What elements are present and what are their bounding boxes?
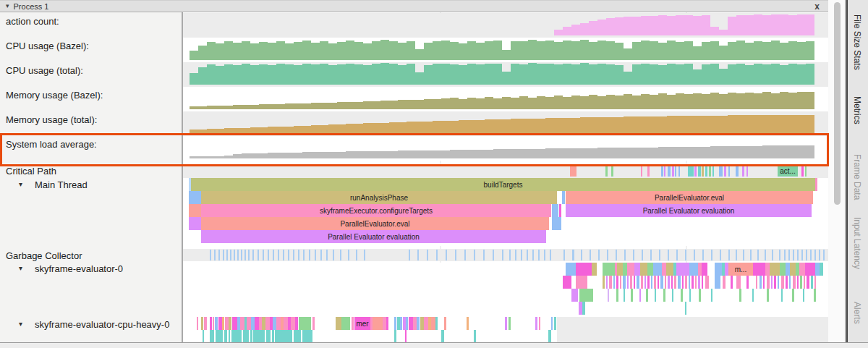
trace-tick[interactable] [750,250,752,260]
trace-tick[interactable] [793,250,794,260]
trace-tick[interactable] [811,276,813,289]
trace-tick[interactable] [210,330,214,342]
trace-tick[interactable] [668,250,669,260]
trace-tick[interactable] [352,317,354,330]
trace-tick[interactable] [676,250,678,260]
trace-tick[interactable] [563,276,571,289]
trace-tick[interactable] [820,263,823,276]
trace-slice[interactable]: mer [354,317,370,330]
trace-tick[interactable] [294,330,301,342]
track-section[interactable]: act... [183,164,828,178]
trace-tick[interactable] [441,330,444,342]
trace-tick[interactable] [624,250,626,260]
trace-tick[interactable] [736,166,739,177]
metric-row[interactable] [183,62,828,87]
trace-tick[interactable] [232,317,237,330]
trace-tick[interactable] [620,276,621,289]
trace-tick[interactable] [467,317,469,330]
trace-tick[interactable] [252,250,254,260]
trace-tick[interactable] [711,250,712,260]
trace-tick[interactable] [278,250,279,260]
trace-tick[interactable] [234,250,235,260]
trace-tick[interactable] [613,276,615,289]
vertical-scrollbar-thumb[interactable] [834,2,841,205]
trace-tick[interactable] [694,166,697,177]
trace-tick[interactable] [189,217,201,230]
trace-tick[interactable] [341,317,350,330]
trace-tick[interactable] [603,263,615,276]
trace-slice[interactable]: buildTargets [191,178,815,191]
trace-tick[interactable] [315,250,316,260]
trace-slice[interactable]: Parallel Evaluator evaluation [566,204,812,217]
trace-tick[interactable] [702,250,704,260]
collapse-arrow-icon[interactable]: ▾ [19,320,22,328]
trace-slice[interactable]: act... [778,166,798,177]
trace-tick[interactable] [572,250,574,260]
trace-tick[interactable] [222,317,224,330]
trace-tick[interactable] [627,263,634,276]
trace-tick[interactable] [664,166,665,177]
trace-tick[interactable] [658,276,659,289]
trace-tick[interactable] [272,330,274,342]
trace-tick[interactable] [444,317,446,330]
trace-tick[interactable] [218,250,220,260]
trace-tick[interactable] [655,289,656,302]
trace-tick[interactable] [283,250,284,260]
trace-tick[interactable] [757,250,759,260]
trace-tick[interactable] [509,317,511,330]
trace-slice[interactable]: Parallel Evaluator evaluation [201,230,546,243]
trace-tick[interactable] [739,289,741,302]
trace-slice[interactable]: ParallelEvaluator.eval [201,217,549,230]
trace-tick[interactable] [650,250,652,260]
trace-tick[interactable] [197,317,198,330]
trace-tick[interactable] [303,250,305,260]
trace-tick[interactable] [771,276,773,289]
trace-tick[interactable] [243,330,249,342]
trace-tick[interactable] [616,250,617,260]
trace-tick[interactable] [627,276,629,289]
trace-tick[interactable] [427,250,428,260]
trace-tick[interactable] [394,330,396,342]
trace-tick[interactable] [544,250,545,260]
trace-tick[interactable] [538,250,540,260]
trace-tick[interactable] [312,317,315,330]
trace-tick[interactable] [263,250,264,260]
trace-tick[interactable] [630,276,632,289]
trace-slice[interactable]: m... [728,263,753,276]
trace-tick[interactable] [253,330,265,342]
trace-tick[interactable] [698,276,700,289]
trace-tick[interactable] [237,250,239,260]
trace-tick[interactable] [210,317,212,330]
trace-tick[interactable] [672,289,673,302]
trace-tick[interactable] [647,263,653,276]
trace-tick[interactable] [815,178,817,191]
sidebar-tab-input-latency[interactable]: Input Latency [852,217,862,269]
trace-tick[interactable] [455,250,456,260]
collapse-arrow-icon[interactable]: ▾ [19,264,22,272]
trace-tick[interactable] [746,166,748,177]
trace-tick[interactable] [373,317,383,330]
trace-tick[interactable] [786,276,788,289]
trace-tick[interactable] [781,276,784,289]
trace-tick[interactable] [681,289,683,302]
trace-tick[interactable] [779,250,780,260]
trace-tick[interactable] [742,166,744,177]
trace-tick[interactable] [483,250,485,260]
metric-row[interactable] [183,38,828,62]
trace-tick[interactable] [552,204,558,217]
trace-tick[interactable] [590,250,591,260]
trace-tick[interactable] [579,289,593,302]
trace-tick[interactable] [634,263,640,276]
trace-tick[interactable] [248,250,250,260]
trace-slice[interactable]: ParallelEvaluator.eval [566,191,813,204]
trace-tick[interactable] [527,250,528,260]
trace-tick[interactable] [605,166,608,177]
trace-tick[interactable] [623,276,626,289]
trace-tick[interactable] [539,317,540,330]
trace-tick[interactable] [409,250,410,260]
trace-tick[interactable] [214,250,216,260]
close-icon[interactable]: x [814,1,820,12]
trace-tick[interactable] [774,276,776,289]
trace-tick[interactable] [293,250,294,260]
trace-tick[interactable] [814,289,816,302]
